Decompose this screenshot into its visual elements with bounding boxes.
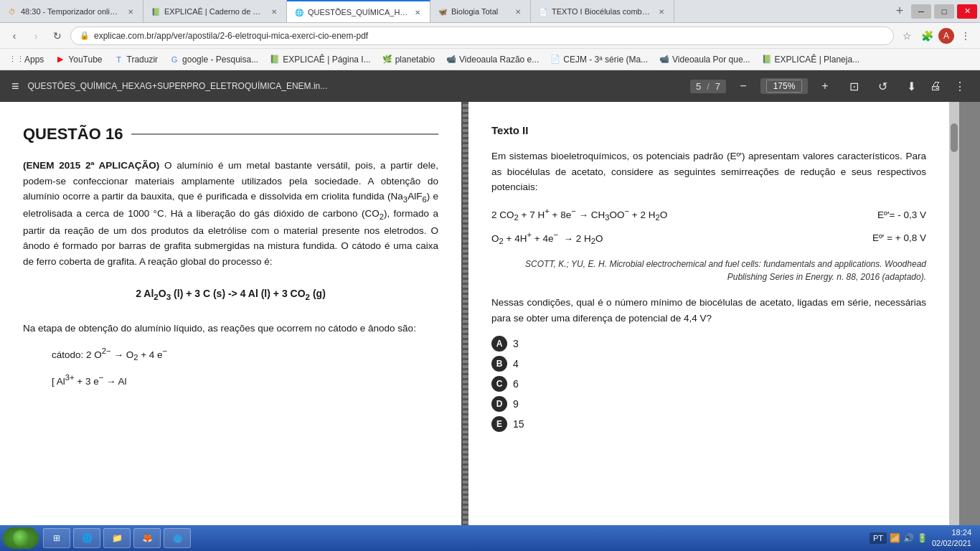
minimize-button[interactable]: ─ [911,4,931,19]
bookmark-bm4[interactable]: G google - Pesquisa... [164,52,264,67]
pdf-toolbar: ≡ QUESTÕES_QUÍMICA_HEXAG+SUPERPRO_ELETRO… [0,70,980,102]
scrollbar-thumb[interactable] [951,123,958,152]
zoom-value[interactable]: 175% [766,80,802,93]
pdf-more-button[interactable]: ⋮ [948,75,971,98]
fit-page-button[interactable]: ⊡ [842,75,865,98]
print-button[interactable]: 🖨 [924,75,947,98]
reaction-row-1: 2 CO2 + 7 H+ + 8e− → CH3OO− + 2 H2O Eº'=… [491,205,926,225]
tab-tab3[interactable]: 🌐 QUESTÕES_QUÍMICA_HEXAG+S ✕ [287,0,430,22]
pdf-container: QUESTÃO 16 (ENEM 2015 2ª APLICAÇÃO) O al… [0,102,980,525]
bookmark-bm1[interactable]: ⋮⋮ Apps [6,52,50,67]
extensions-icon[interactable]: 🧩 [918,27,936,44]
taskbar-btn-2[interactable]: 🌐 [73,528,100,548]
bookmark-bm7[interactable]: 📹 Videoaula Razão e... [440,52,545,67]
tab-tab5[interactable]: 📄 TEXTO I Biocélulas combustível... ✕ [531,0,674,22]
tab-close-tab4[interactable]: ✕ [513,6,523,17]
answer-choices: A 3 B 4 C 6 D 9 E 15 [491,336,926,432]
tab-label-tab4: Biologia Total [451,7,498,16]
choice-b[interactable]: B 4 [491,356,926,372]
bm-label-bm4: google - Pesquisa... [182,55,258,65]
bm-icon-bm5: 📗 [270,55,280,65]
tab-close-tab2[interactable]: ✕ [269,6,279,17]
choice-letter-c: C [491,376,507,392]
bm-label-bm7: Videoaula Razão e... [459,55,539,65]
pdf-zoom-control: 175% [760,78,808,94]
right-intro-text: Em sistemas bioeletroquímicos, os potenc… [491,149,926,195]
vertical-scrollbar[interactable] [949,102,959,525]
browser-menu-icon[interactable]: ⋮ [957,27,974,44]
taskbar-btn-1[interactable]: ⊞ [43,528,70,548]
choice-letter-b: B [491,356,507,372]
choice-e[interactable]: E 15 [491,416,926,432]
total-pages: 7 [715,81,720,92]
pdf-menu-icon[interactable]: ≡ [9,76,22,97]
zoom-in-button[interactable]: + [814,75,837,98]
choice-c[interactable]: C 6 [491,376,926,392]
question-divider [131,133,438,135]
maximize-button[interactable]: □ [934,4,954,19]
bm-label-bm2: YouTube [68,55,102,65]
titlebar: ⏱ 48:30 - Temporizador online (ti... ✕ 📗… [0,0,980,23]
choice-value-c: 6 [513,377,519,392]
tab-tab1[interactable]: ⏱ 48:30 - Temporizador online (ti... ✕ [0,0,143,22]
tab-tab4[interactable]: 🦋 Biologia Total ✕ [430,0,531,22]
tab-close-tab5[interactable]: ✕ [656,6,666,17]
current-page[interactable]: 5 [696,81,701,92]
lock-icon: 🔒 [80,31,90,40]
address-text: explicae.com.br/app/ver/apostila/2-6-ele… [94,31,885,41]
profile-icon[interactable]: A [938,28,954,44]
choice-value-e: 15 [513,417,524,433]
tab-icon-tab3: 🌐 [294,7,304,17]
tab-close-tab3[interactable]: ✕ [413,7,423,17]
choice-letter-e: E [491,416,507,432]
address-field[interactable]: 🔒 explicae.com.br/app/ver/apostila/2-6-e… [70,27,894,45]
choice-a[interactable]: A 3 [491,336,926,352]
choice-d[interactable]: D 9 [491,396,926,412]
rotate-button[interactable]: ↺ [871,75,894,98]
new-tab-button[interactable]: + [888,0,911,22]
taskbar-sys-icons: PT 📶 🔊 🔋 [870,532,928,544]
tab-close-tab1[interactable]: ✕ [126,6,136,17]
bm-icon-bm3: T [114,55,124,65]
right-page-content: Texto II Em sistemas bioeletroquímicos, … [468,102,949,525]
tab-icon-tab1: ⏱ [7,6,17,17]
tab-label-tab5: TEXTO I Biocélulas combustível... [552,7,653,16]
bm-icon-bm8: 📄 [550,55,560,65]
bm-label-bm6: planetabio [395,55,435,65]
text2-heading: Texto II [491,122,926,138]
address-bar: ‹ › ↻ 🔒 explicae.com.br/app/ver/apostila… [0,23,980,49]
tab-tab2[interactable]: 📗 EXPLICAÊ | Caderno de Química ✕ [143,0,287,22]
reload-button[interactable]: ↻ [49,27,66,44]
zoom-out-button[interactable]: − [732,75,755,98]
bookmark-bm9[interactable]: 📹 Videoaula Por que... [654,52,756,67]
tab-label-tab3: QUESTÕES_QUÍMICA_HEXAG+S [308,8,409,17]
continuation-text: Na etapa de obtenção do alumínio líquido… [23,321,438,336]
global-reaction: 2 Al2O3 (l) + 3 C (s) -> 4 Al (l) + 3 CO… [23,281,438,309]
download-button[interactable]: ⬇ [900,75,923,98]
close-button[interactable]: ✕ [957,4,977,19]
bookmark-bm5[interactable]: 📗 EXPLICAÊ | Página I... [264,52,377,67]
bookmark-bm6[interactable]: 🌿 planetabio [377,52,440,67]
bm-label-bm10: EXPLICAÊ | Planejа... [775,55,860,65]
pdf-navigation: 5 / 7 [690,80,726,93]
bookmark-bm10[interactable]: 📗 EXPLICAÊ | Planejа... [756,52,866,67]
left-page-content: QUESTÃO 16 (ENEM 2015 2ª APLICAÇÃO) O al… [0,102,461,525]
question-header: QUESTÃO 16 [23,122,438,146]
pdf-right-actions: ⬇ 🖨 ⋮ [900,75,971,98]
taskbar-btn-5[interactable]: ⬤ [164,528,191,548]
choice-letter-d: D [491,396,507,412]
taskbar-btn-3[interactable]: 📁 [103,528,131,548]
bookmark-bm8[interactable]: 📄 CEJM - 3ª série (Ma... [545,52,654,67]
bookmark-star-icon[interactable]: ☆ [898,27,915,44]
forward-button[interactable]: › [27,27,44,44]
back-button[interactable]: ‹ [6,27,23,44]
bookmark-bm3[interactable]: T Traduzir [108,52,164,67]
window-controls: ─ □ ✕ [911,0,980,22]
clock-time: 18:24 [932,527,971,538]
pdf-right-page: Texto II Em sistemas bioeletroquímicos, … [468,102,949,525]
taskbar-btn-4[interactable]: 🦊 [133,528,161,548]
bookmark-bm2[interactable]: ▶ YouTube [50,52,108,67]
half-reaction-cathode: cátodo: 2 O2− → O2 + 4 e− [52,345,438,364]
start-button[interactable] [3,527,39,549]
bm-icon-bm9: 📹 [659,55,669,65]
